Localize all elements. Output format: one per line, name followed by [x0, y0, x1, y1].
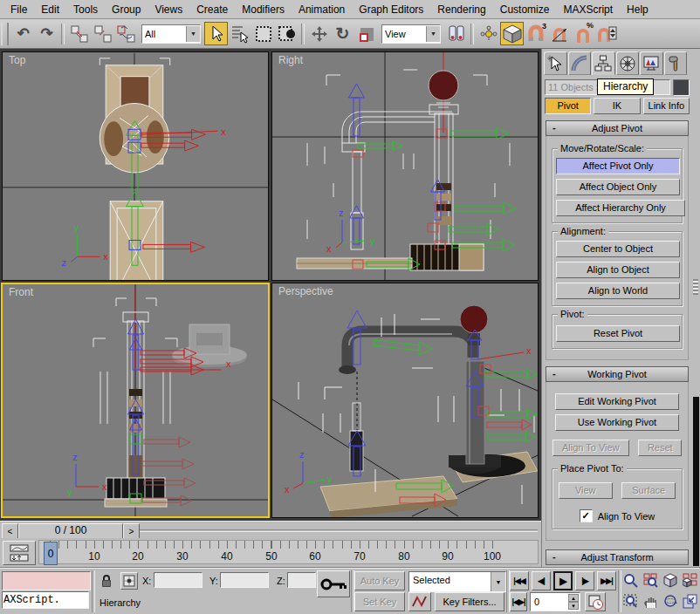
- key-filter-dropdown[interactable]: Selected ▼: [408, 571, 506, 592]
- zoom-all-button[interactable]: [642, 571, 660, 590]
- redo-button[interactable]: ↷: [35, 22, 58, 45]
- viewport-right-label[interactable]: Right: [278, 54, 303, 66]
- affect-object-only-button[interactable]: Affect Object Only: [556, 179, 680, 195]
- select-object-button[interactable]: [204, 22, 228, 45]
- z-coord-field[interactable]: [287, 572, 316, 588]
- key-filters-button[interactable]: Key Filters...: [435, 592, 504, 611]
- angle-snap-toggle-button[interactable]: [547, 22, 571, 45]
- select-and-move-button[interactable]: [307, 22, 331, 45]
- menu-group[interactable]: Group: [105, 1, 148, 18]
- menu-edit[interactable]: Edit: [34, 1, 66, 18]
- goto-end-button[interactable]: ▶▶|: [597, 571, 616, 590]
- auto-key-button[interactable]: Auto Key: [354, 571, 405, 590]
- menu-create[interactable]: Create: [189, 1, 235, 18]
- command-panel-scrollbar[interactable]: [692, 49, 700, 567]
- time-slider-track[interactable]: [140, 529, 538, 532]
- spinner-down-icon[interactable]: ▼: [568, 602, 579, 610]
- track-bar-ruler[interactable]: 0 10 20 30 40 50 60 70 80 90 100 0: [38, 540, 539, 564]
- tab-create[interactable]: [544, 51, 567, 75]
- pan-view-button[interactable]: [642, 592, 660, 611]
- zoom-extents-button[interactable]: [662, 571, 680, 590]
- rectangular-selection-region-button[interactable]: [251, 22, 275, 45]
- undo-button[interactable]: ↶: [11, 22, 35, 45]
- snaps-toggle-button[interactable]: [500, 22, 524, 45]
- adjust-pivot-rollout-header[interactable]: - Adjust Pivot: [546, 120, 689, 136]
- play-animation-button[interactable]: ▶: [553, 571, 573, 590]
- current-frame-field[interactable]: 0 ▲ ▼: [530, 592, 580, 611]
- select-and-link-button[interactable]: [67, 22, 91, 45]
- absolute-offset-mode-toggle[interactable]: [120, 572, 138, 590]
- time-slider-handle[interactable]: 0 / 100: [18, 523, 123, 539]
- key-mode-toggle-button[interactable]: |◀▶|: [510, 592, 527, 611]
- center-to-object-button[interactable]: Center to Object: [556, 241, 680, 257]
- tab-utilities[interactable]: [664, 51, 688, 75]
- unlink-selection-button[interactable]: [91, 22, 114, 45]
- viewport-top[interactable]: Top: [2, 51, 269, 281]
- menu-animation[interactable]: Animation: [292, 1, 352, 18]
- toolbar-drag-handle[interactable]: [1, 23, 9, 45]
- menu-help[interactable]: Help: [620, 1, 655, 18]
- window-crossing-toggle-button[interactable]: [275, 22, 299, 45]
- reset-pivot-button[interactable]: Reset Pivot: [556, 325, 680, 342]
- x-coord-field[interactable]: [154, 572, 202, 588]
- menu-maxscript[interactable]: MAXScript: [556, 1, 620, 18]
- tab-display[interactable]: [640, 51, 663, 75]
- zoom-tool-button[interactable]: [621, 571, 640, 590]
- time-configuration-button[interactable]: [585, 592, 606, 611]
- menu-customize[interactable]: Customize: [493, 1, 557, 18]
- menu-views[interactable]: Views: [148, 1, 189, 18]
- frame-spinner[interactable]: ▲ ▼: [568, 594, 579, 610]
- mini-curve-editor-button[interactable]: [3, 541, 36, 565]
- edit-working-pivot-button[interactable]: Edit Working Pivot: [555, 393, 679, 410]
- object-color-swatch[interactable]: [673, 79, 690, 96]
- menu-tools[interactable]: Tools: [66, 1, 105, 18]
- maxscript-mini-listener[interactable]: AXScript.: [2, 591, 89, 609]
- macro-recorder-field[interactable]: [2, 571, 91, 590]
- zoom-region-button[interactable]: [621, 592, 640, 611]
- align-to-world-button[interactable]: Align to World: [556, 283, 680, 299]
- selection-filter-arrow[interactable]: ▼: [186, 26, 200, 42]
- menu-graph-editors[interactable]: Graph Editors: [352, 1, 430, 18]
- link-info-mode-button[interactable]: Link Info: [643, 98, 690, 114]
- percent-snap-toggle-button[interactable]: %: [571, 22, 594, 45]
- tab-hierarchy[interactable]: [592, 51, 615, 75]
- use-working-pivot-button[interactable]: Use Working Pivot: [555, 414, 679, 431]
- menu-file[interactable]: File: [3, 1, 34, 18]
- next-frame-button[interactable]: |▶: [575, 571, 594, 590]
- use-center-flyout-button[interactable]: [444, 22, 468, 45]
- coord-system-arrow[interactable]: ▼: [426, 26, 440, 42]
- time-slider-prev-button[interactable]: <: [2, 523, 18, 539]
- viewport-front-active[interactable]: Front: [1, 283, 270, 518]
- tab-modify[interactable]: [568, 51, 592, 75]
- adjust-transform-rollout-header[interactable]: - Adjust Transform: [546, 549, 689, 565]
- menu-rendering[interactable]: Rendering: [430, 1, 492, 18]
- select-and-manipulate-button[interactable]: [477, 22, 500, 45]
- ik-mode-button[interactable]: IK: [594, 98, 640, 114]
- viewport-right[interactable]: Right: [271, 51, 539, 281]
- align-to-view-checkbox[interactable]: ✓: [580, 509, 593, 522]
- selection-lock-toggle[interactable]: [98, 572, 115, 590]
- set-keys-button[interactable]: [317, 570, 350, 597]
- align-to-object-button[interactable]: Align to Object: [556, 262, 680, 278]
- min-max-toggle-button[interactable]: [681, 592, 699, 611]
- arc-rotate-button[interactable]: [662, 592, 680, 611]
- reference-coordinate-system-dropdown[interactable]: View ▼: [381, 24, 441, 44]
- current-frame-marker[interactable]: 0: [44, 542, 58, 565]
- spinner-up-icon[interactable]: ▲: [568, 594, 579, 602]
- default-tangents-button[interactable]: [408, 592, 431, 611]
- pivot-mode-button[interactable]: Pivot: [545, 98, 591, 114]
- affect-hierarchy-only-button[interactable]: Affect Hierarchy Only: [556, 200, 685, 216]
- viewport-perspective[interactable]: Perspective x: [271, 283, 539, 518]
- select-by-name-button[interactable]: [228, 22, 251, 45]
- zoom-extents-all-button[interactable]: [681, 571, 699, 590]
- snap-3d-toggle-button[interactable]: 3: [524, 22, 547, 45]
- previous-frame-button[interactable]: ◀|: [532, 571, 551, 590]
- viewport-top-label[interactable]: Top: [9, 54, 25, 66]
- menu-modifiers[interactable]: Modifiers: [235, 1, 292, 18]
- y-coord-field[interactable]: [220, 572, 269, 588]
- viewport-front-label[interactable]: Front: [9, 286, 33, 298]
- panel-resize-grip[interactable]: [693, 279, 698, 295]
- time-slider-next-button[interactable]: >: [123, 523, 140, 539]
- goto-start-button[interactable]: |◀◀: [510, 571, 529, 590]
- selection-filter-dropdown[interactable]: All ▼: [141, 24, 201, 44]
